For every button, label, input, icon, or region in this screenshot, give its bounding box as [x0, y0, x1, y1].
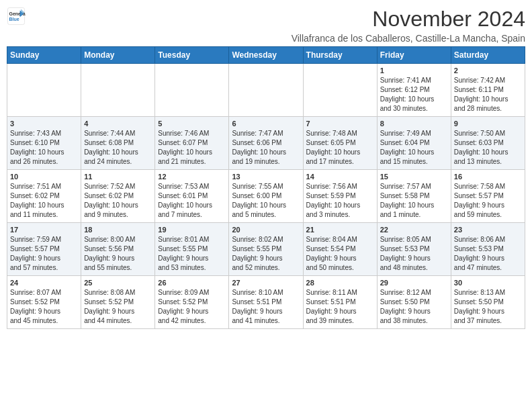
calendar-week-5: 24Sunrise: 8:07 AM Sunset: 5:52 PM Dayli… [7, 276, 525, 329]
weekday-header-friday: Friday [377, 47, 451, 64]
day-info: Sunrise: 7:59 AM Sunset: 5:57 PM Dayligh… [10, 235, 78, 273]
calendar-week-2: 3Sunrise: 7:43 AM Sunset: 6:10 PM Daylig… [7, 117, 525, 170]
weekday-header-monday: Monday [81, 47, 155, 64]
day-number: 14 [306, 173, 374, 181]
calendar-table: SundayMondayTuesdayWednesdayThursdayFrid… [7, 46, 525, 329]
day-info: Sunrise: 7:57 AM Sunset: 5:58 PM Dayligh… [380, 182, 448, 220]
day-number: 27 [232, 279, 300, 287]
day-info: Sunrise: 7:42 AM Sunset: 6:11 PM Dayligh… [454, 76, 522, 113]
day-number: 20 [232, 226, 300, 234]
day-info: Sunrise: 8:09 AM Sunset: 5:52 PM Dayligh… [158, 288, 226, 326]
day-info: Sunrise: 7:49 AM Sunset: 6:04 PM Dayligh… [380, 129, 448, 167]
calendar-cell: 14Sunrise: 7:56 AM Sunset: 5:59 PM Dayli… [303, 170, 377, 223]
day-number: 29 [380, 279, 448, 287]
day-number: 18 [84, 226, 152, 234]
weekday-header-sunday: Sunday [7, 47, 81, 64]
day-info: Sunrise: 8:01 AM Sunset: 5:55 PM Dayligh… [158, 235, 226, 273]
day-info: Sunrise: 7:41 AM Sunset: 6:12 PM Dayligh… [380, 76, 448, 113]
calendar-cell: 8Sunrise: 7:49 AM Sunset: 6:04 PM Daylig… [377, 117, 451, 170]
day-number: 7 [306, 120, 374, 128]
day-number: 21 [306, 226, 374, 234]
calendar-cell: 9Sunrise: 7:50 AM Sunset: 6:03 PM Daylig… [451, 117, 525, 170]
calendar-cell: 23Sunrise: 8:06 AM Sunset: 5:53 PM Dayli… [451, 223, 525, 276]
weekday-header-tuesday: Tuesday [155, 47, 229, 64]
day-number: 9 [454, 120, 522, 128]
location-title: Villafranca de los Caballeros, Castille-… [292, 33, 525, 44]
day-info: Sunrise: 8:06 AM Sunset: 5:53 PM Dayligh… [454, 235, 522, 273]
day-info: Sunrise: 8:08 AM Sunset: 5:52 PM Dayligh… [84, 288, 152, 326]
calendar-week-3: 10Sunrise: 7:51 AM Sunset: 6:02 PM Dayli… [7, 170, 525, 223]
day-number: 10 [10, 173, 78, 181]
logo-icon: General Blue [7, 7, 26, 26]
calendar-cell: 16Sunrise: 7:58 AM Sunset: 5:57 PM Dayli… [451, 170, 525, 223]
calendar-cell [81, 64, 155, 117]
weekday-header-wednesday: Wednesday [229, 47, 303, 64]
calendar-cell: 25Sunrise: 8:08 AM Sunset: 5:52 PM Dayli… [81, 276, 155, 329]
calendar-cell [7, 64, 81, 117]
day-info: Sunrise: 8:12 AM Sunset: 5:50 PM Dayligh… [380, 288, 448, 326]
day-number: 22 [380, 226, 448, 234]
day-number: 11 [84, 173, 152, 181]
calendar-cell: 22Sunrise: 8:05 AM Sunset: 5:53 PM Dayli… [377, 223, 451, 276]
calendar-cell: 6Sunrise: 7:47 AM Sunset: 6:06 PM Daylig… [229, 117, 303, 170]
weekday-header-saturday: Saturday [451, 47, 525, 64]
calendar-cell [229, 64, 303, 117]
day-info: Sunrise: 7:47 AM Sunset: 6:06 PM Dayligh… [232, 129, 300, 167]
day-number: 2 [454, 66, 522, 75]
day-info: Sunrise: 7:44 AM Sunset: 6:08 PM Dayligh… [84, 129, 152, 167]
calendar-cell: 17Sunrise: 7:59 AM Sunset: 5:57 PM Dayli… [7, 223, 81, 276]
day-number: 4 [84, 120, 152, 128]
day-number: 5 [158, 120, 226, 128]
calendar-cell: 19Sunrise: 8:01 AM Sunset: 5:55 PM Dayli… [155, 223, 229, 276]
calendar-cell: 20Sunrise: 8:02 AM Sunset: 5:55 PM Dayli… [229, 223, 303, 276]
calendar-cell: 7Sunrise: 7:48 AM Sunset: 6:05 PM Daylig… [303, 117, 377, 170]
calendar-cell: 10Sunrise: 7:51 AM Sunset: 6:02 PM Dayli… [7, 170, 81, 223]
day-number: 23 [454, 226, 522, 234]
calendar-week-4: 17Sunrise: 7:59 AM Sunset: 5:57 PM Dayli… [7, 223, 525, 276]
calendar-cell: 1Sunrise: 7:41 AM Sunset: 6:12 PM Daylig… [377, 64, 451, 117]
logo: General Blue [7, 7, 26, 26]
calendar-cell: 27Sunrise: 8:10 AM Sunset: 5:51 PM Dayli… [229, 276, 303, 329]
day-info: Sunrise: 7:58 AM Sunset: 5:57 PM Dayligh… [454, 182, 522, 220]
day-info: Sunrise: 8:11 AM Sunset: 5:51 PM Dayligh… [306, 288, 374, 326]
day-info: Sunrise: 8:00 AM Sunset: 5:56 PM Dayligh… [84, 235, 152, 273]
calendar-cell [155, 64, 229, 117]
month-title: November 2024 [292, 7, 525, 32]
calendar-cell: 29Sunrise: 8:12 AM Sunset: 5:50 PM Dayli… [377, 276, 451, 329]
calendar-week-1: 1Sunrise: 7:41 AM Sunset: 6:12 PM Daylig… [7, 64, 525, 117]
day-number: 1 [380, 66, 448, 75]
day-info: Sunrise: 7:56 AM Sunset: 5:59 PM Dayligh… [306, 182, 374, 220]
day-info: Sunrise: 7:43 AM Sunset: 6:10 PM Dayligh… [10, 129, 78, 167]
calendar-cell: 18Sunrise: 8:00 AM Sunset: 5:56 PM Dayli… [81, 223, 155, 276]
day-info: Sunrise: 7:46 AM Sunset: 6:07 PM Dayligh… [158, 129, 226, 167]
calendar-cell: 3Sunrise: 7:43 AM Sunset: 6:10 PM Daylig… [7, 117, 81, 170]
day-info: Sunrise: 8:02 AM Sunset: 5:55 PM Dayligh… [232, 235, 300, 273]
day-number: 6 [232, 120, 300, 128]
day-number: 12 [158, 173, 226, 181]
calendar-cell: 24Sunrise: 8:07 AM Sunset: 5:52 PM Dayli… [7, 276, 81, 329]
day-number: 26 [158, 279, 226, 287]
day-number: 28 [306, 279, 374, 287]
calendar-cell: 26Sunrise: 8:09 AM Sunset: 5:52 PM Dayli… [155, 276, 229, 329]
day-number: 15 [380, 173, 448, 181]
day-info: Sunrise: 7:50 AM Sunset: 6:03 PM Dayligh… [454, 129, 522, 167]
calendar-cell: 2Sunrise: 7:42 AM Sunset: 6:11 PM Daylig… [451, 64, 525, 117]
day-info: Sunrise: 8:13 AM Sunset: 5:50 PM Dayligh… [454, 288, 522, 326]
calendar-cell [303, 64, 377, 117]
calendar-cell: 30Sunrise: 8:13 AM Sunset: 5:50 PM Dayli… [451, 276, 525, 329]
day-number: 19 [158, 226, 226, 234]
day-info: Sunrise: 7:48 AM Sunset: 6:05 PM Dayligh… [306, 129, 374, 167]
weekday-header-row: SundayMondayTuesdayWednesdayThursdayFrid… [7, 47, 525, 64]
day-number: 30 [454, 279, 522, 287]
day-info: Sunrise: 7:52 AM Sunset: 6:02 PM Dayligh… [84, 182, 152, 220]
day-info: Sunrise: 8:07 AM Sunset: 5:52 PM Dayligh… [10, 288, 78, 326]
calendar-cell: 21Sunrise: 8:04 AM Sunset: 5:54 PM Dayli… [303, 223, 377, 276]
day-info: Sunrise: 7:53 AM Sunset: 6:01 PM Dayligh… [158, 182, 226, 220]
calendar-cell: 11Sunrise: 7:52 AM Sunset: 6:02 PM Dayli… [81, 170, 155, 223]
calendar-cell: 15Sunrise: 7:57 AM Sunset: 5:58 PM Dayli… [377, 170, 451, 223]
page-header: General Blue November 2024 Villafranca d… [7, 7, 525, 44]
day-info: Sunrise: 8:05 AM Sunset: 5:53 PM Dayligh… [380, 235, 448, 273]
weekday-header-thursday: Thursday [303, 47, 377, 64]
day-number: 16 [454, 173, 522, 181]
svg-text:Blue: Blue [9, 17, 19, 21]
